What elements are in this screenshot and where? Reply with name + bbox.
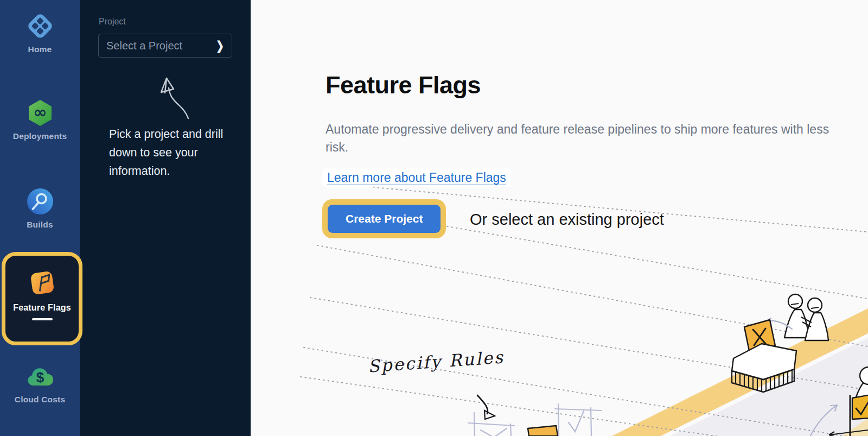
- sidebar-item-home[interactable]: Home: [0, 11, 80, 54]
- active-indicator: [32, 318, 53, 320]
- sidebar-item-label: Builds: [0, 220, 80, 230]
- project-selector[interactable]: Select a Project ❯: [98, 34, 232, 58]
- project-label: Project: [99, 17, 126, 27]
- project-selector-value: Select a Project: [106, 40, 216, 52]
- sidebar-item-label: Feature Flags: [5, 303, 79, 313]
- or-select-existing-text: Or select an existing project: [470, 211, 664, 229]
- left-navigation: Home ∞ Deployments Builds: [0, 0, 80, 436]
- sidebar-item-label: Deployments: [0, 131, 80, 141]
- home-icon: [25, 11, 55, 41]
- builds-icon: [25, 187, 55, 216]
- app-window: Feature Flags Automate progressive deliv…: [0, 0, 868, 436]
- sidebar-item-deployments[interactable]: ∞ Deployments: [0, 98, 80, 141]
- chevron-right-icon: ❯: [216, 38, 224, 53]
- sidebar-item-feature-flags[interactable]: Feature Flags: [2, 252, 82, 345]
- pick-project-hint: Pick a project and drill down to see you…: [109, 125, 229, 180]
- learn-more-link[interactable]: Learn more about Feature Flags: [322, 168, 511, 187]
- svg-text:$: $: [36, 369, 44, 386]
- feature-flags-selected: Feature Flags: [5, 256, 79, 342]
- cloud-costs-icon: $: [25, 362, 55, 391]
- page-title: Feature Flags: [326, 71, 481, 99]
- sidebar-item-label: Home: [0, 45, 80, 54]
- sidebar-item-builds[interactable]: Builds: [0, 187, 80, 230]
- create-project-highlight-ring: Create Project: [322, 199, 446, 238]
- sidebar-item-label: Cloud Costs: [0, 395, 80, 405]
- page-description: Automate progressive delivery and featur…: [326, 121, 838, 156]
- sketch-arrow-icon: [134, 66, 196, 121]
- main-content: Feature Flags Automate progressive deliv…: [251, 0, 868, 436]
- svg-text:∞: ∞: [33, 103, 47, 122]
- sidebar-item-cloud-costs[interactable]: $ Cloud Costs: [0, 362, 80, 405]
- project-panel: Project Select a Project ❯ Pick a projec…: [80, 0, 251, 436]
- specify-rules-handwriting: Specify Rules: [367, 347, 505, 376]
- feature-flags-icon: [27, 268, 58, 298]
- create-project-button[interactable]: Create Project: [328, 205, 441, 233]
- deployments-icon: ∞: [25, 98, 55, 128]
